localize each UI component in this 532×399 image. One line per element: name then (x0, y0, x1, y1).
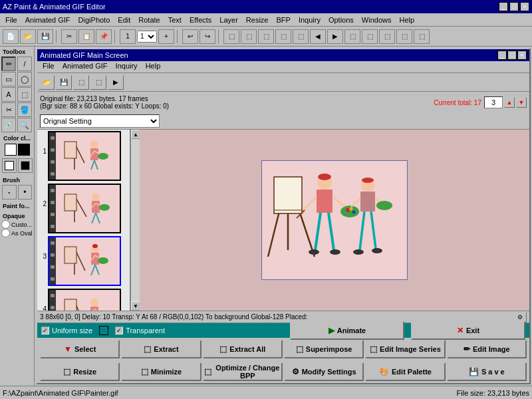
extract-all-button[interactable]: ⬚ Extract All (203, 340, 283, 358)
toolbar-save[interactable]: 💾 (37, 29, 53, 44)
transparent-check[interactable]: ✓ Transparent (115, 327, 165, 334)
gif-menu-inquiry[interactable]: Inquiry (112, 61, 142, 72)
toolbar-btn8[interactable]: ⬚ (344, 29, 360, 44)
gif-minimize-btn[interactable]: _ (497, 51, 507, 60)
menu-animated-gif[interactable]: Animated GIF (21, 15, 74, 25)
close-btn[interactable]: × (520, 2, 529, 11)
toolbar-paste[interactable]: 📌 (96, 29, 112, 44)
menu-digiphoto[interactable]: DigiPhoto (74, 15, 114, 25)
menu-file[interactable]: File (1, 15, 21, 25)
color-fg-btn[interactable] (2, 158, 17, 173)
transparent-checkbox[interactable]: ✓ (115, 327, 123, 334)
toolbar-cut[interactable]: ✂ (61, 29, 77, 44)
gif-toolbar-next[interactable]: ⬚ (90, 75, 106, 90)
extract-button[interactable]: ⬚ Extract (121, 340, 201, 358)
tool-text[interactable]: A (1, 87, 16, 102)
toolbar-new[interactable]: 📄 (3, 29, 19, 44)
edit-palette-button[interactable]: 🎨 Edit Palette (365, 362, 445, 381)
bg-color[interactable] (18, 144, 30, 156)
toolbar-btn9[interactable]: ⬚ (362, 29, 378, 44)
brush-size-1[interactable]: • (2, 185, 17, 200)
gif-menu-file[interactable]: File (39, 61, 59, 72)
brush-size-2[interactable]: • (18, 185, 33, 200)
select-button[interactable]: ▼ Select (40, 340, 120, 358)
toolbar-btn12[interactable]: ⬚ (414, 29, 430, 44)
gif-close-btn[interactable]: × (517, 51, 527, 60)
tool-pencil[interactable]: ✏ (1, 57, 16, 71)
exit-button[interactable]: ✕ Exit (411, 321, 525, 340)
setting-dropdown[interactable]: Orignal Setting Custom Setting 1 (40, 114, 160, 128)
minimize-button[interactable]: ⬚ Minimize (121, 362, 201, 381)
superimpose-button[interactable]: ⬚ Superimpose (284, 340, 364, 358)
toolbar-btn4[interactable]: ⬚ (275, 29, 291, 44)
toolbar-btn10[interactable]: ⬚ (379, 29, 395, 44)
frame-2-thumb[interactable] (48, 184, 121, 233)
edit-image-series-button[interactable]: ⬚ Edit Image Series (365, 340, 445, 358)
toolbar-btn2[interactable]: ⬚ (241, 29, 257, 44)
menu-resize[interactable]: Resize (242, 15, 273, 25)
gif-toolbar-open[interactable]: 📂 (39, 75, 55, 90)
menu-layer[interactable]: Layer (215, 15, 242, 25)
frame-up-btn[interactable]: ▲ (504, 97, 515, 108)
menu-bfp[interactable]: BFP (272, 15, 294, 25)
edit-image-button[interactable]: ✏ Edit Image (447, 340, 527, 358)
tool-rect[interactable]: ▭ (1, 72, 16, 86)
save-button[interactable]: 💾 S a v e (447, 362, 527, 381)
gif-toolbar-play[interactable]: ▶ (108, 75, 124, 90)
toolbar-zoom-select[interactable]: 124 (137, 31, 157, 43)
tool-line[interactable]: / (17, 57, 32, 71)
frame-strip-scrollbar[interactable]: ▲ ▼ (130, 130, 140, 311)
menu-inquiry[interactable]: Inquiry (295, 15, 325, 25)
frame-down-btn[interactable]: ▼ (516, 97, 527, 108)
toolbar-zoom-in[interactable]: + (158, 29, 174, 44)
color-bg-btn[interactable] (18, 158, 33, 173)
scroll-track[interactable] (131, 139, 140, 301)
toolbar-btn1[interactable]: ⬚ (223, 29, 239, 44)
gif-toolbar-save[interactable]: 💾 (56, 75, 72, 90)
fg-color[interactable] (5, 144, 17, 156)
tool-zoom[interactable]: 🔍 (17, 118, 32, 132)
scroll-down-arrow[interactable]: ▼ (131, 301, 140, 311)
gif-toolbar-prev[interactable]: ⬚ (73, 75, 89, 90)
gif-menu-help[interactable]: Help (142, 61, 165, 72)
menu-edit[interactable]: Edit (114, 15, 134, 25)
menu-text[interactable]: Text (164, 15, 186, 25)
menu-rotate[interactable]: Rotate (134, 15, 164, 25)
toolbar-redo[interactable]: ↪ (200, 29, 215, 44)
menu-options[interactable]: Options (325, 15, 358, 25)
toolbar-btn5[interactable]: ⬚ (293, 29, 309, 44)
as-oval-radio[interactable] (1, 229, 10, 237)
toolbar-btn3[interactable]: ⬚ (258, 29, 274, 44)
tool-scissors[interactable]: ✂ (1, 102, 16, 117)
scroll-up-arrow[interactable]: ▲ (131, 130, 140, 139)
uniform-size-checkbox[interactable]: ✓ (41, 327, 49, 334)
tool-select[interactable]: ⬚ (17, 87, 32, 102)
uniform-size-check[interactable]: ✓ Uniform size (41, 327, 92, 334)
tool-ellipse[interactable]: ◯ (17, 72, 32, 86)
minimize-btn[interactable]: _ (499, 2, 508, 11)
gif-window-controls[interactable]: _ □ × (497, 51, 527, 60)
optimize-button[interactable]: ⬚ Optimize / Change BPP (203, 362, 283, 381)
menu-windows[interactable]: Windows (358, 15, 396, 25)
toolbar-btn11[interactable]: ⬚ (396, 29, 412, 44)
maximize-btn[interactable]: □ (509, 2, 519, 11)
frame-1-thumb[interactable] (48, 131, 121, 181)
frame-number-input[interactable] (484, 96, 503, 108)
toolbar-copy[interactable]: 📋 (78, 29, 94, 44)
menu-help[interactable]: Help (395, 15, 418, 25)
animate-button[interactable]: ▶ Animate (290, 321, 404, 340)
menu-effects[interactable]: Effects (186, 15, 215, 25)
toolbar-btn7[interactable]: ▶ (327, 29, 343, 44)
gif-maximize-btn[interactable]: □ (507, 51, 517, 60)
resize-button[interactable]: ⬚ Resize (40, 362, 120, 381)
toolbar-btn6[interactable]: ◀ (310, 29, 326, 44)
gif-menu-animated[interactable]: Animated GIF (59, 61, 112, 72)
toolbar-zoom-out[interactable]: 1 (120, 29, 136, 44)
frame-3-thumb[interactable] (48, 236, 121, 286)
tool-eyedrop[interactable]: 💉 (1, 118, 16, 132)
toolbar-undo[interactable]: ↩ (182, 29, 198, 44)
modify-settings-button[interactable]: ⚙ Modify Settings (284, 362, 364, 381)
toolbar-open[interactable]: 📂 (20, 29, 36, 44)
app-titlebar-controls[interactable]: _ □ × (499, 2, 529, 11)
custom-radio[interactable] (1, 220, 10, 229)
